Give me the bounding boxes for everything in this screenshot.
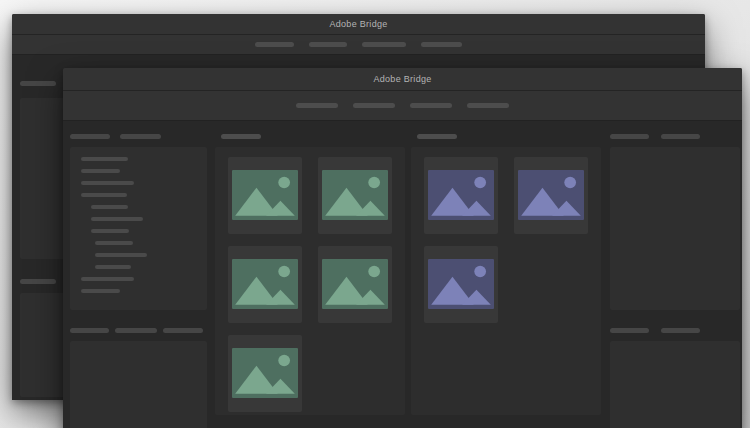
back-window-title: Adobe Bridge — [329, 19, 387, 29]
folder-tree-item-placeholder[interactable] — [91, 229, 129, 233]
front-window-toolbar — [63, 91, 742, 121]
toolbar-button-placeholder[interactable] — [421, 42, 462, 47]
thumbnail-card[interactable] — [424, 246, 498, 323]
left-sidebar — [70, 121, 207, 428]
folder-tree-item-placeholder[interactable] — [95, 265, 131, 269]
sidebar-tab-placeholder[interactable] — [661, 134, 700, 139]
right-sidebar-tab-row-bottom — [610, 328, 740, 333]
image-placeholder-icon — [428, 259, 494, 309]
toolbar-button-placeholder[interactable] — [255, 42, 294, 47]
thumbnail-grid-purple — [411, 147, 601, 415]
section-header-placeholder — [417, 134, 457, 139]
sidebar-tab-placeholder[interactable] — [661, 328, 700, 333]
image-placeholder-icon — [232, 170, 298, 220]
back-window-titlebar[interactable]: Adobe Bridge — [12, 14, 705, 35]
right-sidebar — [610, 121, 740, 428]
sidebar-tab-placeholder[interactable] — [115, 328, 157, 333]
thumbnail-grid-green — [215, 147, 405, 415]
folder-tree-panel — [70, 147, 207, 310]
sidebar-tab-placeholder[interactable] — [120, 134, 161, 139]
folder-tree-item-placeholder[interactable] — [81, 169, 120, 173]
thumbnail-card[interactable] — [228, 246, 302, 323]
front-window: Adobe Bridge — [63, 68, 742, 428]
sidebar-tab-placeholder[interactable] — [163, 328, 203, 333]
front-window-titlebar[interactable]: Adobe Bridge — [63, 68, 742, 91]
sidebar-tab-placeholder[interactable] — [70, 328, 109, 333]
image-placeholder-icon — [232, 348, 298, 398]
right-sidebar-tab-row-top — [610, 134, 740, 139]
sidebar-tab-placeholder[interactable] — [610, 134, 649, 139]
toolbar-button-placeholder[interactable] — [296, 103, 338, 108]
sidebar-tab-placeholder[interactable] — [70, 134, 110, 139]
toolbar-button-placeholder[interactable] — [410, 103, 452, 108]
right-sidebar-panel-top — [610, 147, 740, 310]
sidebar-tab-placeholder[interactable] — [20, 279, 56, 284]
toolbar-button-placeholder[interactable] — [353, 103, 395, 108]
folder-tree-item-placeholder[interactable] — [81, 181, 134, 185]
folder-tree-item-placeholder[interactable] — [91, 217, 143, 221]
folder-tree-item-placeholder[interactable] — [91, 205, 128, 209]
folder-tree-item-placeholder[interactable] — [81, 289, 120, 293]
left-sidebar-tab-row-bottom — [70, 328, 207, 333]
thumbnail-card[interactable] — [318, 157, 392, 234]
image-placeholder-icon — [518, 170, 584, 220]
folder-tree-item-placeholder[interactable] — [95, 241, 133, 245]
thumbnail-card[interactable] — [228, 335, 302, 412]
toolbar-button-placeholder[interactable] — [467, 103, 509, 108]
toolbar-button-placeholder[interactable] — [362, 42, 406, 47]
sidebar-tab-placeholder[interactable] — [20, 81, 56, 86]
thumbnail-card[interactable] — [318, 246, 392, 323]
thumbnail-card[interactable] — [514, 157, 588, 234]
back-window-toolbar — [12, 35, 705, 55]
left-sidebar-panel-bottom — [70, 341, 207, 428]
front-window-content — [63, 121, 742, 428]
left-sidebar-tab-row-top — [70, 134, 207, 139]
folder-tree-item-placeholder[interactable] — [81, 193, 127, 197]
thumbnail-section-purple — [411, 121, 601, 428]
front-window-title: Adobe Bridge — [373, 74, 431, 84]
section-header-placeholder — [221, 134, 261, 139]
image-placeholder-icon — [232, 259, 298, 309]
folder-tree-item-placeholder[interactable] — [95, 253, 147, 257]
image-placeholder-icon — [322, 170, 388, 220]
thumbnail-card[interactable] — [228, 157, 302, 234]
thumbnail-card[interactable] — [424, 157, 498, 234]
folder-tree-item-placeholder[interactable] — [81, 277, 134, 281]
sidebar-tab-placeholder[interactable] — [610, 328, 649, 333]
thumbnail-section-green — [215, 121, 405, 428]
right-sidebar-panel-bottom — [610, 341, 740, 428]
toolbar-button-placeholder[interactable] — [309, 42, 347, 47]
folder-tree-item-placeholder[interactable] — [81, 157, 128, 161]
image-placeholder-icon — [322, 259, 388, 309]
image-placeholder-icon — [428, 170, 494, 220]
